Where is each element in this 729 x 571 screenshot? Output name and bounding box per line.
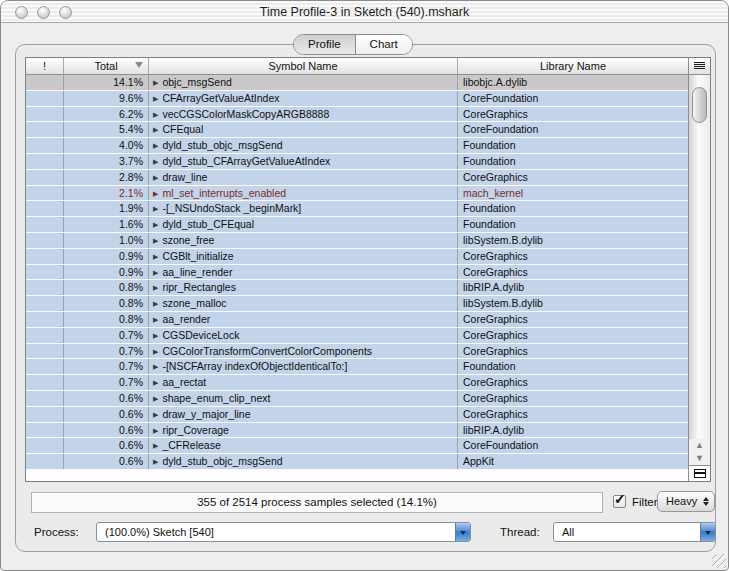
thread-dropdown[interactable]: All	[553, 522, 716, 542]
disclosure-triangle-icon[interactable]: ▶	[153, 174, 158, 181]
process-value: (100.0%) Sketch [540]	[105, 526, 214, 538]
table-row[interactable]: 0.7% ▶-[NSCFArray indexOfObjectIdentical…	[26, 359, 688, 375]
table-header: ! Total Symbol Name Library Name	[26, 58, 688, 75]
disclosure-triangle-icon[interactable]: ▶	[153, 190, 158, 197]
table-row[interactable]: 0.8% ▶aa_render CoreGraphics	[26, 312, 688, 328]
disclosure-triangle-icon[interactable]: ▶	[153, 126, 158, 133]
table-row[interactable]: 2.8% ▶draw_line CoreGraphics	[26, 170, 688, 186]
disclosure-triangle-icon[interactable]: ▶	[153, 332, 158, 339]
resize-grip[interactable]	[712, 554, 726, 568]
filter-label: Filter	[632, 496, 658, 508]
status-bar: 355 of 2514 process samples selected (14…	[31, 492, 603, 513]
disclosure-triangle-icon[interactable]: ▶	[153, 395, 158, 402]
disclosure-triangle-icon[interactable]: ▶	[153, 348, 158, 355]
disclosure-triangle-icon[interactable]: ▶	[153, 269, 158, 276]
sort-descending-icon	[135, 62, 143, 68]
thread-label: Thread:	[500, 526, 540, 538]
disclosure-triangle-icon[interactable]: ▶	[153, 79, 158, 86]
disclosure-triangle-icon[interactable]: ▶	[153, 253, 158, 260]
table-row[interactable]: 0.7% ▶CGColorTransformConvertColorCompon…	[26, 344, 688, 360]
disclosure-triangle-icon[interactable]: ▶	[153, 142, 158, 149]
table-row[interactable]: 0.6% ▶ripr_Coverage libRIP.A.dylib	[26, 423, 688, 439]
table-row[interactable]: 0.6% ▶draw_y_major_line CoreGraphics	[26, 407, 688, 423]
scrollbar-thumb[interactable]	[692, 87, 707, 123]
column-header-total[interactable]: Total	[64, 58, 149, 74]
table-row[interactable]: 0.6% ▶dyld_stub_objc_msgSend AppKit	[26, 454, 688, 470]
disclosure-triangle-icon[interactable]: ▶	[153, 427, 158, 434]
disclosure-triangle-icon[interactable]: ▶	[153, 316, 158, 323]
titlebar[interactable]: Time Profile-3 in Sketch (540).mshark	[1, 1, 728, 23]
table-row[interactable]: 0.8% ▶ripr_Rectangles libRIP.A.dylib	[26, 280, 688, 296]
process-dropdown[interactable]: (100.0%) Sketch [540]	[96, 522, 471, 542]
splitter-button[interactable]	[689, 465, 710, 481]
scroll-down-icon[interactable]: ▼	[689, 452, 710, 465]
table-row[interactable]: 14.1% ▶objc_msgSend libobjc.A.dylib	[26, 75, 688, 91]
checkmark-icon: ✓	[614, 491, 626, 507]
dropdown-button-icon[interactable]	[455, 523, 470, 541]
table-row[interactable]: 0.6% ▶shape_enum_clip_next CoreGraphics	[26, 391, 688, 407]
disclosure-triangle-icon[interactable]: ▶	[153, 458, 158, 465]
disclosure-triangle-icon[interactable]: ▶	[153, 95, 158, 102]
disclosure-triangle-icon[interactable]: ▶	[153, 221, 158, 228]
column-header-symbol-name[interactable]: Symbol Name	[149, 58, 458, 74]
scroll-up-icon[interactable]: ▲	[689, 439, 710, 452]
disclosure-triangle-icon[interactable]: ▶	[153, 379, 158, 386]
table-row[interactable]: 0.7% ▶CGSDeviceLock CoreGraphics	[26, 328, 688, 344]
table-row[interactable]: 4.0% ▶dyld_stub_objc_msgSend Foundation	[26, 138, 688, 154]
disclosure-triangle-icon[interactable]: ▶	[153, 300, 158, 307]
scrollbar-track[interactable]	[689, 75, 710, 439]
scrollbar-arrows: ▲ ▼	[689, 439, 710, 465]
app-window: Time Profile-3 in Sketch (540).mshark Pr…	[0, 0, 729, 571]
view-tabs: Profile Chart	[293, 34, 413, 55]
table-row[interactable]: 1.6% ▶dyld_stub_CFEqual Foundation	[26, 217, 688, 233]
disclosure-triangle-icon[interactable]: ▶	[153, 158, 158, 165]
table-body: 14.1% ▶objc_msgSend libobjc.A.dylib 9.6%…	[26, 75, 688, 470]
stepper-icon	[700, 493, 712, 510]
disclosure-triangle-icon[interactable]: ▶	[153, 363, 158, 370]
table-row[interactable]: 1.9% ▶-[_NSUndoStack _beginMark] Foundat…	[26, 201, 688, 217]
disclosure-triangle-icon[interactable]: ▶	[153, 111, 158, 118]
process-label: Process:	[34, 526, 79, 538]
table-row[interactable]: 9.6% ▶CFArrayGetValueAtIndex CoreFoundat…	[26, 91, 688, 107]
column-header-exclamation[interactable]: !	[26, 58, 64, 74]
table-row[interactable]: 0.9% ▶aa_line_render CoreGraphics	[26, 265, 688, 281]
table-row[interactable]: 2.1% ▶ml_set_interrupts_enabled mach_ker…	[26, 186, 688, 202]
column-options-button[interactable]	[689, 58, 710, 75]
tab-profile[interactable]: Profile	[294, 35, 355, 54]
split-pane-icon	[694, 469, 706, 478]
dropdown-button-icon[interactable]	[700, 523, 715, 541]
disclosure-triangle-icon[interactable]: ▶	[153, 284, 158, 291]
table-row[interactable]: 1.0% ▶szone_free libSystem.B.dylib	[26, 233, 688, 249]
table-row[interactable]: 6.2% ▶vecCGSColorMaskCopyARGB8888 CoreGr…	[26, 107, 688, 123]
table-row[interactable]: 3.7% ▶dyld_stub_CFArrayGetValueAtIndex F…	[26, 154, 688, 170]
disclosure-triangle-icon[interactable]: ▶	[153, 411, 158, 418]
table-row[interactable]: 0.6% ▶_CFRelease CoreFoundation	[26, 438, 688, 454]
table-row[interactable]: 0.7% ▶aa_rectat CoreGraphics	[26, 375, 688, 391]
disclosure-triangle-icon[interactable]: ▶	[153, 205, 158, 212]
thread-value: All	[562, 526, 574, 538]
table-row[interactable]: 0.9% ▶CGBlt_initialize CoreGraphics	[26, 249, 688, 265]
profile-table: ! Total Symbol Name Library Name 14.1% ▶…	[25, 57, 711, 482]
view-mode-value: Heavy	[666, 495, 697, 507]
list-icon	[694, 62, 705, 70]
view-mode-popup[interactable]: Heavy	[657, 491, 715, 512]
table-row[interactable]: 5.4% ▶CFEqual CoreFoundation	[26, 122, 688, 138]
vertical-scrollbar[interactable]: ▲ ▼	[688, 58, 710, 481]
disclosure-triangle-icon[interactable]: ▶	[153, 442, 158, 449]
filter-checkbox[interactable]: ✓	[613, 495, 626, 508]
tab-chart[interactable]: Chart	[355, 35, 412, 54]
disclosure-triangle-icon[interactable]: ▶	[153, 237, 158, 244]
column-header-library-name[interactable]: Library Name	[458, 58, 688, 74]
table-row[interactable]: 0.8% ▶szone_malloc libSystem.B.dylib	[26, 296, 688, 312]
window-title: Time Profile-3 in Sketch (540).mshark	[1, 5, 728, 19]
